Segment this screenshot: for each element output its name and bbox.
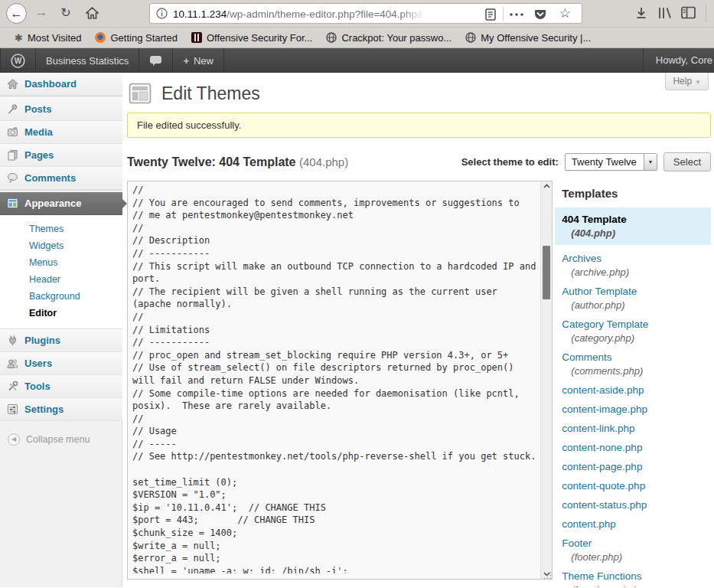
sidebar-item-plugins[interactable]: Plugins [0, 329, 122, 352]
template-link[interactable]: content.php [562, 518, 711, 530]
select-theme-button[interactable]: Select [663, 152, 711, 172]
posts-pin-icon [7, 103, 18, 115]
bookmark-star-icon[interactable]: ☆ [559, 5, 571, 21]
downloads-icon[interactable] [634, 6, 648, 20]
home-button[interactable] [83, 7, 101, 22]
info-icon [156, 8, 168, 19]
site-name-menu[interactable]: Business Statistics [36, 48, 139, 73]
bookmark-crackpot[interactable]: Crackpot: Your passwo... [319, 32, 458, 44]
bookmark-getting-started[interactable]: Getting Started [88, 32, 184, 44]
sidebar-item-label: Media [24, 126, 53, 138]
dropdown-caret-icon[interactable]: ▼ [644, 154, 657, 170]
back-button[interactable]: ← [6, 3, 27, 24]
collapse-menu-button[interactable]: ◀ Collapse menu [0, 433, 122, 446]
template-link[interactable]: Category Template [562, 318, 711, 330]
bookmark-offensive-security-forums[interactable]: Offensive Security For... [184, 32, 319, 44]
templates-panel: Templates 404 Template (404.php) Archive… [562, 181, 711, 587]
sidebar-item-settings[interactable]: Settings [0, 398, 122, 421]
help-button[interactable]: Help▼ [665, 73, 709, 90]
pinwheel-icon: ✱ [15, 32, 23, 44]
editor-columns: // // You are encouraged to send comment… [127, 181, 711, 587]
bookmark-most-visited[interactable]: ✱ Most Visited [8, 32, 88, 44]
users-icon [7, 358, 18, 369]
template-link[interactable]: content-none.php [562, 442, 711, 453]
submenu-item-widgets[interactable]: Widgets [0, 237, 122, 254]
template-link[interactable]: content-link.php [562, 423, 711, 434]
template-list-item-archives: Archives (archive.php) [562, 253, 711, 278]
url-text[interactable]: 10.11.1.234/wp-admin/theme-editor.php?fi… [173, 8, 427, 20]
submenu-item-menus[interactable]: Menus [0, 254, 122, 271]
template-file: (archive.php) [562, 266, 711, 278]
wp-logo-menu[interactable]: W [0, 48, 36, 73]
template-file: (footer.php) [562, 551, 711, 563]
success-notice: File edited successfully. [127, 113, 711, 138]
theme-select-dropdown[interactable]: Twenty Twelve ▼ [565, 153, 657, 171]
page-title: Edit Themes [161, 83, 260, 104]
template-link[interactable]: Comments [562, 351, 711, 363]
howdy-account-menu[interactable]: Howdy, Core [643, 48, 714, 73]
template-list-item-content-link: content-link.php [562, 423, 711, 434]
sidebar-item-label: Pages [24, 149, 54, 161]
reload-icon: ↻ [60, 6, 70, 19]
comment-bubble-icon [149, 55, 162, 67]
collapse-menu-label: Collapse menu [26, 434, 90, 445]
template-list-item-404[interactable]: 404 Template (404.php) [555, 207, 711, 245]
reload-button[interactable]: ↻ [57, 5, 75, 20]
reader-mode-icon[interactable] [485, 8, 496, 21]
sidebar-item-posts[interactable]: Posts [0, 98, 122, 121]
template-link[interactable]: content-quote.php [562, 480, 711, 492]
sidebar-item-dashboard[interactable]: Dashboard [0, 73, 122, 96]
template-link[interactable]: content-status.php [562, 499, 711, 511]
sidebar-item-label: Appearance [24, 198, 81, 209]
template-link[interactable]: content-image.php [562, 403, 711, 415]
bookmark-my-offensive-security[interactable]: My Offensive Security |... [458, 32, 598, 44]
comments-bubble-menu[interactable] [139, 48, 173, 73]
template-file: (functions.php) [562, 584, 711, 587]
forward-icon: → [35, 5, 47, 18]
sidebar-item-pages[interactable]: Pages [0, 144, 122, 167]
submenu-item-themes[interactable]: Themes [0, 220, 122, 237]
editor-scrollbar[interactable] [540, 181, 552, 579]
sidebar-item-tools[interactable]: Tools [0, 375, 122, 398]
sidebar-item-label: Dashboard [24, 78, 77, 90]
globe-icon [326, 32, 337, 43]
code-textarea[interactable]: // // You are encouraged to send comment… [128, 181, 541, 573]
code-editor[interactable]: // // You are encouraged to send comment… [127, 181, 553, 580]
main-content: Help▼ Edit Themes File edited successful… [122, 73, 714, 587]
plugins-plug-icon [7, 335, 18, 346]
template-link[interactable]: content-aside.php [562, 384, 711, 396]
template-list-item-content-image: content-image.php [562, 403, 711, 415]
scroll-up-icon[interactable] [543, 184, 550, 188]
select-button-label: Select [673, 156, 701, 168]
forward-button[interactable]: → [32, 5, 51, 19]
edit-themes-icon [129, 82, 152, 105]
submenu-item-editor[interactable]: Editor [0, 305, 122, 322]
scrollbar-thumb[interactable] [543, 246, 550, 299]
library-icon[interactable] [657, 6, 673, 20]
sidebar-item-comments[interactable]: Comments [0, 167, 122, 190]
appearance-submenu: Themes Widgets Menus Header Background E… [0, 215, 122, 329]
resize-grip-icon[interactable] [543, 570, 553, 580]
sidebar-item-users[interactable]: Users [0, 352, 122, 375]
template-link[interactable]: Author Template [562, 286, 711, 297]
page-actions-icon[interactable] [510, 13, 523, 16]
template-link[interactable]: Footer [562, 537, 711, 549]
pocket-icon[interactable] [534, 8, 546, 21]
submenu-item-background[interactable]: Background [0, 288, 122, 305]
new-content-menu[interactable]: + New [173, 48, 224, 73]
sidebar-item-media[interactable]: Media [0, 121, 122, 144]
template-title-text: Twenty Twelve: 404 Template [127, 155, 296, 168]
sidebar-item-appearance[interactable]: Appearance [0, 192, 122, 215]
wordpress-logo-icon: W [11, 54, 25, 68]
url-bar[interactable]: 10.11.1.234/wp-admin/theme-editor.php?fi… [149, 3, 582, 24]
bookmark-label: Offensive Security For... [207, 32, 312, 44]
offsec-icon [191, 32, 202, 43]
page-header: Edit Themes [129, 82, 711, 105]
sidebar-toggle-icon[interactable] [681, 6, 696, 19]
submenu-item-header[interactable]: Header [0, 271, 122, 288]
template-link[interactable]: content-page.php [562, 461, 711, 472]
template-link[interactable]: Theme Functions [562, 570, 711, 582]
new-label: New [194, 55, 214, 67]
template-link[interactable]: Archives [562, 253, 711, 264]
media-camera-icon [7, 126, 18, 138]
